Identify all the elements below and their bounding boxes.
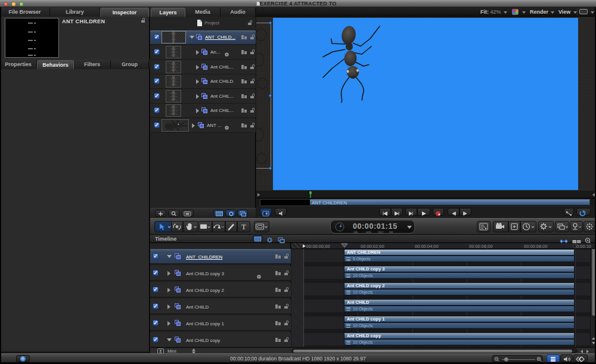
svg-text:T: T bbox=[241, 222, 246, 231]
